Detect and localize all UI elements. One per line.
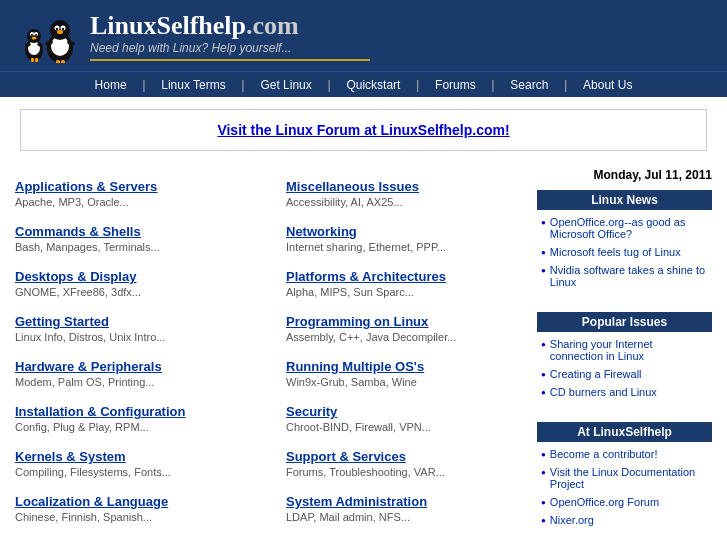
- sidebar: Monday, Jul 11, 2011 Linux News ●OpenOff…: [537, 163, 712, 545]
- category-title[interactable]: Platforms & Architectures: [286, 269, 527, 284]
- category-title[interactable]: System Administration: [286, 494, 527, 509]
- category-link[interactable]: Mail admin: [319, 511, 372, 523]
- category-title[interactable]: Running Multiple OS's: [286, 359, 527, 374]
- nav-get-linux[interactable]: Get Linux: [248, 78, 323, 92]
- svg-point-1: [28, 41, 40, 55]
- category-link[interactable]: Compiling: [15, 466, 64, 478]
- category-title[interactable]: Security: [286, 404, 527, 419]
- category-link[interactable]: Ethernet: [369, 241, 411, 253]
- sidebar-link[interactable]: Nixer.org: [550, 514, 594, 526]
- category-title[interactable]: Desktops & Display: [15, 269, 256, 284]
- category-link[interactable]: Accessibility: [286, 196, 345, 208]
- category-link[interactable]: XFree86: [63, 286, 105, 298]
- at-linuxselfhelp-content: ●Become a contributor!●Visit the Linux D…: [537, 442, 712, 538]
- category-link[interactable]: NFS...: [379, 511, 410, 523]
- sidebar-link[interactable]: Sharing your Internet connection in Linu…: [550, 338, 708, 362]
- category-link[interactable]: C++: [339, 331, 360, 343]
- category-link[interactable]: 3dfx...: [111, 286, 141, 298]
- category-link[interactable]: Chroot-BIND: [286, 421, 349, 433]
- category-link[interactable]: GNOME: [15, 286, 57, 298]
- category-links: GNOME, XFree86, 3dfx...: [15, 286, 256, 298]
- category-title[interactable]: Installation & Configuration: [15, 404, 256, 419]
- list-item: ●Nixer.org: [541, 514, 708, 526]
- linux-news-box: Linux News ●OpenOffice.org--as good as M…: [537, 190, 712, 300]
- nav-quickstart[interactable]: Quickstart: [334, 78, 412, 92]
- site-header: LinuxSelfhelp.com Need help with Linux? …: [0, 0, 727, 71]
- category-title[interactable]: Miscellaneous Issues: [286, 179, 527, 194]
- category-link[interactable]: Internet sharing: [286, 241, 362, 253]
- sidebar-link[interactable]: Become a contributor!: [550, 448, 658, 460]
- category-title[interactable]: Kernels & System: [15, 449, 256, 464]
- category-link[interactable]: MP3: [58, 196, 81, 208]
- category-link[interactable]: MIPS: [320, 286, 347, 298]
- penguin-svg: [20, 8, 80, 63]
- nav-home[interactable]: Home: [83, 78, 139, 92]
- sidebar-link[interactable]: Visit the Linux Documentation Project: [550, 466, 708, 490]
- svg-point-2: [27, 29, 41, 43]
- nav-search[interactable]: Search: [498, 78, 560, 92]
- bullet-icon: ●: [541, 249, 546, 257]
- category-link[interactable]: Win9x-Grub: [286, 376, 345, 388]
- category-links: Config, Plug & Play, RPM...: [15, 421, 256, 433]
- category-link[interactable]: Assembly: [286, 331, 333, 343]
- category-link[interactable]: PPP...: [416, 241, 446, 253]
- category-link[interactable]: Unix Intro...: [109, 331, 165, 343]
- category-link[interactable]: Config: [15, 421, 47, 433]
- navigation-bar: Home | Linux Terms | Get Linux | Quickst…: [0, 71, 727, 97]
- category-link[interactable]: AX25...: [367, 196, 403, 208]
- category-link[interactable]: Printing...: [108, 376, 154, 388]
- forum-banner-link[interactable]: Visit the Linux Forum at LinuxSelfhelp.c…: [217, 122, 509, 138]
- category-link[interactable]: Java Decompiler...: [366, 331, 456, 343]
- category-title[interactable]: Commands & Shells: [15, 224, 256, 239]
- nav-linux-terms[interactable]: Linux Terms: [149, 78, 237, 92]
- category-link[interactable]: VAR...: [414, 466, 445, 478]
- category-link[interactable]: Sun Sparc...: [353, 286, 414, 298]
- category-link[interactable]: Oracle...: [87, 196, 129, 208]
- category-link[interactable]: Apache: [15, 196, 52, 208]
- category-link[interactable]: Samba: [351, 376, 386, 388]
- sidebar-link[interactable]: Nvidia software takes a shine to Linux: [550, 264, 708, 288]
- category-link[interactable]: Forums: [286, 466, 323, 478]
- category-link[interactable]: Modem: [15, 376, 52, 388]
- popular-issues-content: ●Sharing your Internet connection in Lin…: [537, 332, 712, 410]
- category-link[interactable]: Alpha: [286, 286, 314, 298]
- category-title[interactable]: Applications & Servers: [15, 179, 256, 194]
- category-link[interactable]: VPN...: [399, 421, 431, 433]
- category-title[interactable]: Support & Services: [286, 449, 527, 464]
- category-title[interactable]: Getting Started: [15, 314, 256, 329]
- category-title[interactable]: Hardware & Peripherals: [15, 359, 256, 374]
- category-link[interactable]: AI: [351, 196, 361, 208]
- list-item: ●OpenOffice.org Forum: [541, 496, 708, 508]
- nav-forums[interactable]: Forums: [423, 78, 488, 92]
- category-link[interactable]: Palm OS: [58, 376, 102, 388]
- category-link[interactable]: Bash: [15, 241, 40, 253]
- category-title[interactable]: Localization & Language: [15, 494, 256, 509]
- category-link[interactable]: Fonts...: [134, 466, 171, 478]
- sidebar-link[interactable]: Microsoft feels tug of Linux: [550, 246, 681, 258]
- category-link[interactable]: Filesystems: [70, 466, 128, 478]
- category-link[interactable]: Manpages: [46, 241, 97, 253]
- category-link[interactable]: Terminals...: [104, 241, 160, 253]
- category-link[interactable]: Finnish: [61, 511, 96, 523]
- category-link[interactable]: Troubleshooting: [329, 466, 407, 478]
- category-link[interactable]: Distros: [69, 331, 103, 343]
- sidebar-link[interactable]: OpenOffice.org Forum: [550, 496, 659, 508]
- category-links: LDAP, Mail admin, NFS...: [286, 511, 527, 523]
- category-links: Win9x-Grub, Samba, Wine: [286, 376, 527, 388]
- category-links: Chroot-BIND, Firewall, VPN...: [286, 421, 527, 433]
- date-display: Monday, Jul 11, 2011: [537, 163, 712, 190]
- category-link[interactable]: Spanish...: [103, 511, 152, 523]
- category-link[interactable]: Wine: [392, 376, 417, 388]
- category-link[interactable]: RPM...: [115, 421, 149, 433]
- category-link[interactable]: Firewall: [355, 421, 393, 433]
- sidebar-link[interactable]: CD burners and Linux: [550, 386, 657, 398]
- category-title[interactable]: Networking: [286, 224, 527, 239]
- category-link[interactable]: Linux Info: [15, 331, 63, 343]
- nav-about-us[interactable]: About Us: [571, 78, 644, 92]
- category-title[interactable]: Programming on Linux: [286, 314, 527, 329]
- sidebar-link[interactable]: OpenOffice.org--as good as Microsoft Off…: [550, 216, 708, 240]
- category-link[interactable]: LDAP: [286, 511, 313, 523]
- category-link[interactable]: Chinese: [15, 511, 55, 523]
- category-link[interactable]: Plug & Play: [53, 421, 109, 433]
- sidebar-link[interactable]: Creating a Firewall: [550, 368, 642, 380]
